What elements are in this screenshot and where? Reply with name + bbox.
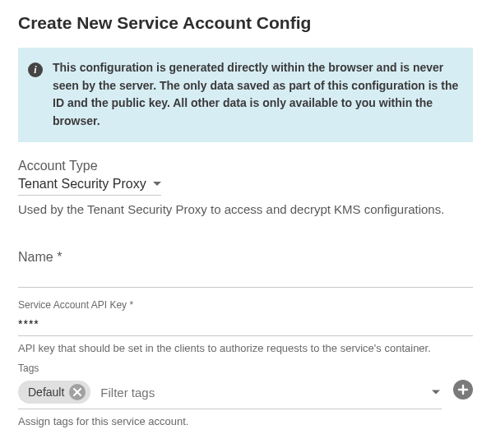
account-type-value: Tenant Security Proxy [18,177,146,192]
tags-label: Tags [18,363,473,374]
close-icon [73,388,81,396]
remove-tag-button[interactable] [69,384,86,400]
chevron-down-icon [153,182,161,186]
account-type-label: Account Type [18,159,473,173]
info-icon-wrap: i [28,59,43,77]
name-field: Name * [18,250,473,288]
info-banner: i This configuration is generated direct… [18,48,473,142]
info-icon: i [28,62,43,77]
plus-icon [457,384,469,395]
name-input[interactable] [18,265,473,288]
name-label: Name * [18,250,473,265]
tags-field: Tags Default [18,363,473,429]
tag-chip-label: Default [28,386,64,399]
dialog-create-service-account: Create New Service Account Config i This… [0,0,491,448]
tags-helper: Assign tags for this service account. [18,414,473,429]
add-tag-button[interactable] [453,380,473,400]
account-type-helper: Used by the Tenant Security Proxy to acc… [18,201,473,219]
tags-select[interactable]: Default [18,376,442,409]
api-key-field: Service Account API Key * API key that s… [18,299,473,356]
api-key-helper: API key that should be set in the client… [18,341,473,356]
account-type-select[interactable]: Tenant Security Proxy [18,175,161,196]
info-banner-text: This configuration is generated directly… [53,59,460,131]
page-title: Create New Service Account Config [18,13,473,33]
api-key-input[interactable] [18,312,473,336]
tags-filter-input[interactable] [99,385,442,400]
tag-chip: Default [18,381,90,404]
account-type-field: Account Type Tenant Security Proxy Used … [18,159,473,219]
api-key-label: Service Account API Key * [18,299,473,311]
chevron-down-icon [432,390,440,395]
